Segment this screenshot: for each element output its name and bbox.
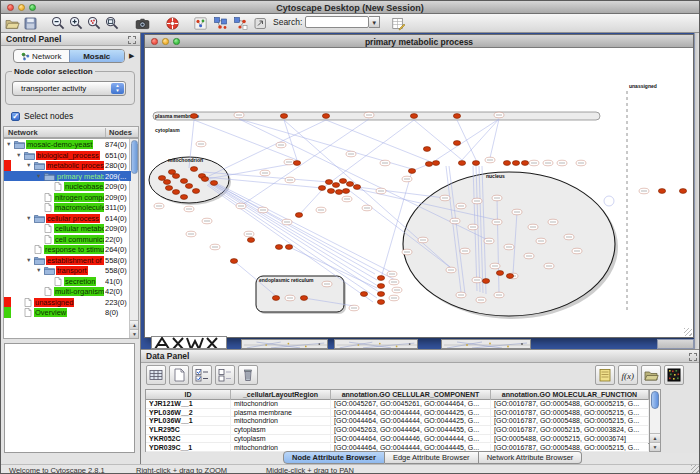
network-node-label[interactable]: [234, 112, 244, 118]
network-node-label[interactable]: [468, 224, 478, 230]
tree-row-metabolic-process[interactable]: ▼metabolic process280(0): [4, 160, 131, 171]
network-node-label[interactable]: [202, 218, 212, 224]
network-node-red[interactable]: [318, 186, 325, 191]
network-edge[interactable]: [211, 182, 395, 280]
function-builder-icon[interactable]: f(x): [618, 365, 638, 385]
save-session-icon[interactable]: [23, 16, 39, 32]
network-node-red[interactable]: [658, 189, 665, 194]
snapshot-icon[interactable]: [135, 16, 151, 32]
window-resize-grip[interactable]: [684, 328, 692, 336]
network-node-label[interactable]: [260, 170, 270, 176]
expand-arrow-icon[interactable]: ▼: [36, 173, 41, 179]
tree-column-nodes[interactable]: Nodes: [105, 128, 132, 137]
network-node-label[interactable]: [258, 207, 268, 213]
network-node-label[interactable]: [456, 292, 466, 298]
matrix-view-icon[interactable]: [664, 365, 684, 385]
network-edge[interactable]: [284, 120, 451, 268]
network-node-label[interactable]: [342, 196, 352, 202]
network-node-label[interactable]: [387, 271, 397, 277]
tree-row-nitrogen-compound[interactable]: nitrogen compound209(0): [4, 192, 131, 203]
minimized-window-2[interactable]: [241, 339, 328, 349]
network-node-label[interactable]: [529, 160, 539, 166]
network-node-label[interactable]: [376, 188, 386, 194]
app-titlebar[interactable]: Cytoscape Desktop (New Session): [1, 1, 699, 14]
network-node-label[interactable]: [572, 248, 582, 254]
network-node-red[interactable]: [512, 161, 519, 166]
network-node-red[interactable]: [285, 245, 292, 250]
network-node-red[interactable]: [322, 114, 329, 119]
network-node-label[interactable]: [389, 295, 399, 301]
expand-arrow-icon[interactable]: ▼: [36, 267, 41, 273]
network-node-red[interactable]: [353, 185, 360, 190]
zoom-selected-region-icon[interactable]: [87, 16, 103, 32]
new-network-from-selection-icon[interactable]: [233, 16, 249, 32]
network-node-red[interactable]: [280, 114, 287, 119]
attribute-notes-icon[interactable]: [595, 365, 615, 385]
network-node-red[interactable]: [332, 183, 339, 188]
select-nodes-checkbox[interactable]: ✓: [11, 112, 20, 121]
network-edge[interactable]: [326, 120, 429, 161]
expand-arrow-icon[interactable]: ▼: [26, 257, 31, 263]
network-node-red[interactable]: [185, 184, 192, 189]
network-node-red[interactable]: [423, 147, 430, 152]
network-node-label[interactable]: [186, 231, 196, 237]
network-node-label[interactable]: [456, 203, 466, 209]
open-session-icon[interactable]: [5, 16, 21, 32]
desktop-hscrollbar[interactable]: [657, 339, 694, 349]
vizmapper-icon[interactable]: [193, 16, 209, 32]
network-node-red[interactable]: [335, 190, 342, 195]
attribute-editor-icon[interactable]: [391, 16, 407, 32]
table-row-YPL036W__2[interactable]: YPL036W__2plasma membrane[GO:0044464, GO…: [146, 409, 649, 418]
network-node-red[interactable]: [180, 195, 187, 200]
tree-row-macromolecule-met[interactable]: macromolecule met311(0): [4, 202, 131, 213]
network-node-red[interactable]: [190, 167, 197, 172]
network-node-label[interactable]: [322, 281, 332, 287]
search-dropdown-arrow-icon[interactable]: ▼: [369, 16, 380, 28]
network-edge[interactable]: [209, 120, 326, 176]
expand-arrow-icon[interactable]: ▼: [6, 141, 11, 147]
network-node-label[interactable]: [362, 205, 372, 211]
network-node-label[interactable]: [282, 219, 292, 225]
network-node-red[interactable]: [293, 161, 300, 166]
network-node-label[interactable]: [349, 305, 359, 311]
expand-arrow-icon[interactable]: ▼: [16, 152, 21, 158]
zoom-fit-icon[interactable]: [105, 16, 121, 32]
network-node-label[interactable]: [364, 112, 374, 118]
network-node-label[interactable]: [244, 231, 254, 237]
minimized-window-4[interactable]: [441, 339, 531, 349]
network-node-label[interactable]: [285, 295, 295, 301]
network-node-label[interactable]: [639, 188, 649, 194]
network-node-label[interactable]: [460, 248, 470, 254]
network-node-red[interactable]: [327, 189, 334, 194]
expand-arrow-icon[interactable]: ▼: [26, 162, 31, 168]
network-edge[interactable]: [242, 119, 369, 205]
network-node-red[interactable]: [432, 161, 439, 166]
network-node-label[interactable]: [440, 195, 450, 201]
network-node-red[interactable]: [377, 292, 384, 297]
network-node-label[interactable]: [557, 160, 567, 166]
tree-row-overview[interactable]: Overview8(0): [4, 307, 131, 318]
network-node-red[interactable]: [521, 161, 528, 166]
network-node-red[interactable]: [377, 300, 384, 305]
network-node-red[interactable]: [165, 186, 172, 191]
network-node-label[interactable]: [472, 277, 482, 283]
network-self-loop[interactable]: [604, 196, 614, 206]
table-scrollbar[interactable]: ▲ ▼: [649, 389, 661, 452]
network-node-red[interactable]: [172, 190, 179, 195]
select-attributes-icon[interactable]: [192, 365, 212, 385]
network-node-label[interactable]: [446, 267, 456, 273]
network-node-red[interactable]: [342, 189, 349, 194]
network-node-label[interactable]: [492, 195, 502, 201]
table-row-YPL036W__1[interactable]: YPL036W__1mitochondrion[GO:0044464, GO:0…: [146, 417, 649, 426]
help-icon[interactable]: [165, 16, 181, 32]
tree-scrollbar-thumb[interactable]: [131, 140, 138, 174]
network-node-red[interactable]: [275, 245, 282, 250]
network-node-label[interactable]: [418, 237, 428, 243]
network-node-label[interactable]: [184, 206, 194, 212]
network-node-red[interactable]: [458, 161, 465, 166]
tab-network[interactable]: Network: [14, 50, 69, 62]
table-column-header[interactable]: annotation.GO CELLULAR_COMPONENT: [331, 390, 491, 400]
network-node-label[interactable]: [346, 151, 356, 157]
scroll-down-icon[interactable]: ▼: [650, 442, 660, 451]
network-node-label[interactable]: [494, 112, 504, 118]
